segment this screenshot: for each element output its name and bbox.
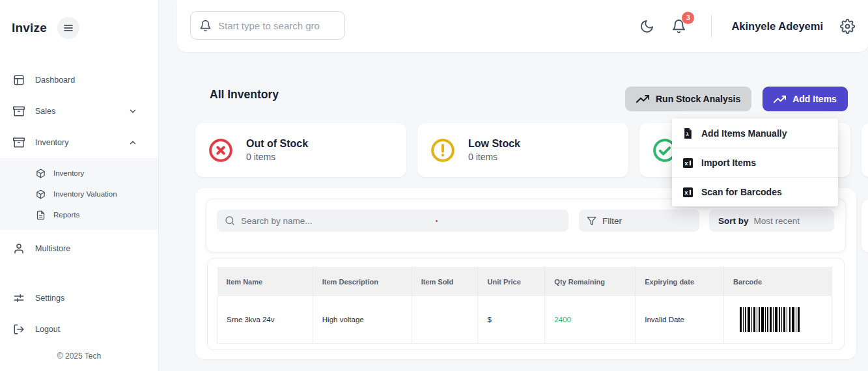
moon-icon xyxy=(639,19,654,34)
dark-mode-toggle[interactable] xyxy=(637,16,657,36)
column-header[interactable]: Item Sold xyxy=(412,267,478,296)
document-icon xyxy=(36,210,46,220)
sidebar-item-label: Multistore xyxy=(35,244,70,253)
table-search-input[interactable] xyxy=(241,216,561,226)
x-circle-icon xyxy=(208,138,233,163)
brand-logo: Invize xyxy=(12,21,47,35)
sidebar-item-multistore[interactable]: Multistore xyxy=(0,233,158,264)
sidebar-item-logout[interactable]: Logout xyxy=(0,314,158,345)
cell-unit-price: $ xyxy=(478,296,545,343)
excel-file-icon: x xyxy=(683,187,693,197)
card-title: Low Stock xyxy=(468,138,520,150)
inventory-table: Item Name Item Description Item Sold Uni… xyxy=(217,267,832,344)
trending-up-icon xyxy=(774,93,786,105)
column-header[interactable]: Qty Remaining xyxy=(545,267,636,296)
column-header[interactable]: Item Name xyxy=(217,267,313,296)
add-items-dropdown-menu: λ Add Items Manually x Import Items x Sc… xyxy=(672,118,838,206)
menu-item-add-items-manually[interactable]: λ Add Items Manually xyxy=(672,118,838,148)
red-dot-indicator xyxy=(436,220,438,222)
svg-text:x: x xyxy=(684,189,688,196)
filter-button[interactable]: Filter xyxy=(579,210,699,232)
menu-item-import-items[interactable]: x Import Items xyxy=(672,148,838,177)
sidebar-item-label: Inventory xyxy=(35,138,68,147)
user-name[interactable]: Akinyele Adeyemi xyxy=(731,20,823,33)
sidebar-bottom: Settings Logout © 2025 Tech xyxy=(0,282,158,371)
sliders-icon xyxy=(13,292,25,304)
low-stock-card: Low Stock 0 items xyxy=(417,123,628,177)
filters-bar: Filter Sort by Most recent xyxy=(206,199,846,253)
topbar: 3 Akinyele Adeyemi xyxy=(177,0,868,52)
hamburger-menu-button[interactable] xyxy=(57,17,79,39)
button-label: Run Stock Analysis xyxy=(656,94,740,104)
global-search-input[interactable] xyxy=(218,20,338,31)
inventory-submenu: Inventory Inventory Valuation Reports xyxy=(0,158,158,230)
out-of-stock-card: Out of Stock 0 items xyxy=(195,123,406,177)
chevron-down-icon xyxy=(128,107,137,116)
button-label: Add Items xyxy=(792,94,837,104)
column-header[interactable]: Item Description xyxy=(313,267,412,296)
sidebar-item-sales[interactable]: Sales xyxy=(0,96,158,127)
sidebar-item-inventory[interactable]: Inventory xyxy=(0,127,158,158)
card-count: 0 items xyxy=(246,152,308,162)
sidebar: Invize Dashboard Sales xyxy=(0,0,159,371)
sidebar-item-dashboard[interactable]: Dashboard xyxy=(0,64,158,96)
divider xyxy=(711,15,712,37)
run-stock-analysis-button[interactable]: Run Stock Analysis xyxy=(625,87,751,111)
filter-label: Filter xyxy=(602,216,622,226)
search-icon xyxy=(225,215,235,226)
menu-item-scan-for-barcodes[interactable]: x Scan for Barcodes xyxy=(672,177,838,206)
trending-up-icon xyxy=(636,92,649,105)
person-icon xyxy=(13,243,25,254)
sidebar-item-label: Sales xyxy=(35,107,55,116)
package-icon xyxy=(36,189,46,199)
sidebar-item-label: Settings xyxy=(35,294,64,303)
inventory-panel: Filter Sort by Most recent Item Name Ite… xyxy=(195,188,856,359)
menu-item-label: Import Items xyxy=(701,158,756,168)
card-count: 0 items xyxy=(468,152,520,162)
table-search-box[interactable] xyxy=(217,210,568,232)
cell-item-name: Srne 3kva 24v xyxy=(217,296,313,343)
package-icon xyxy=(36,169,46,178)
table-row[interactable]: Srne 3kva 24v High voltage $ 2400 Invali… xyxy=(217,296,832,343)
sidebar-subitem-inventory[interactable]: Inventory xyxy=(0,163,158,184)
excel-file-icon: x xyxy=(683,158,693,168)
barcode-image xyxy=(740,307,832,332)
sort-by-label: Sort by xyxy=(718,216,749,226)
sidebar-subitem-reports[interactable]: Reports xyxy=(0,204,158,225)
cell-expirying-date: Invalid Date xyxy=(636,296,724,343)
sidebar-item-settings[interactable]: Settings xyxy=(0,282,158,314)
sidebar-subitem-label: Inventory xyxy=(53,169,84,177)
column-header[interactable]: Barcode xyxy=(724,267,832,296)
sidebar-subitem-inventory-valuation[interactable]: Inventory Valuation xyxy=(0,184,158,204)
cell-item-description: High voltage xyxy=(313,296,412,343)
inventory-table-container: Item Name Item Description Item Sold Uni… xyxy=(207,258,845,350)
copyright-text: © 2025 Tech xyxy=(0,345,158,371)
sidebar-item-label: Logout xyxy=(35,325,60,334)
logout-icon xyxy=(13,323,25,335)
svg-text:λ: λ xyxy=(686,131,689,137)
gear-icon xyxy=(840,19,855,34)
sort-by-value: Most recent xyxy=(754,216,800,226)
hamburger-icon xyxy=(63,23,74,33)
notifications-button[interactable]: 3 xyxy=(669,16,689,36)
column-header[interactable]: Expirying date xyxy=(636,267,724,296)
bell-icon xyxy=(199,20,212,32)
funnel-icon xyxy=(587,216,596,226)
add-items-button[interactable]: Add Items xyxy=(763,87,848,111)
settings-button[interactable] xyxy=(837,16,858,36)
menu-item-label: Scan for Barcodes xyxy=(701,187,782,197)
sort-by-dropdown[interactable]: Sort by Most recent xyxy=(709,210,834,232)
page-title: All Inventory xyxy=(210,88,279,102)
clipped-card-fragment xyxy=(861,123,868,177)
archive-box-icon xyxy=(13,137,25,148)
sidebar-subitem-label: Inventory Valuation xyxy=(53,190,117,198)
table-header-row: Item Name Item Description Item Sold Uni… xyxy=(217,267,832,296)
cell-item-sold xyxy=(412,296,478,343)
alert-circle-icon xyxy=(430,138,455,163)
clipped-panel-fragment xyxy=(861,199,868,253)
pdf-file-icon: λ xyxy=(683,128,693,139)
svg-text:x: x xyxy=(684,160,688,167)
column-header[interactable]: Unit Price xyxy=(478,267,545,296)
global-search-box[interactable] xyxy=(190,11,345,40)
archive-box-icon xyxy=(13,105,25,117)
